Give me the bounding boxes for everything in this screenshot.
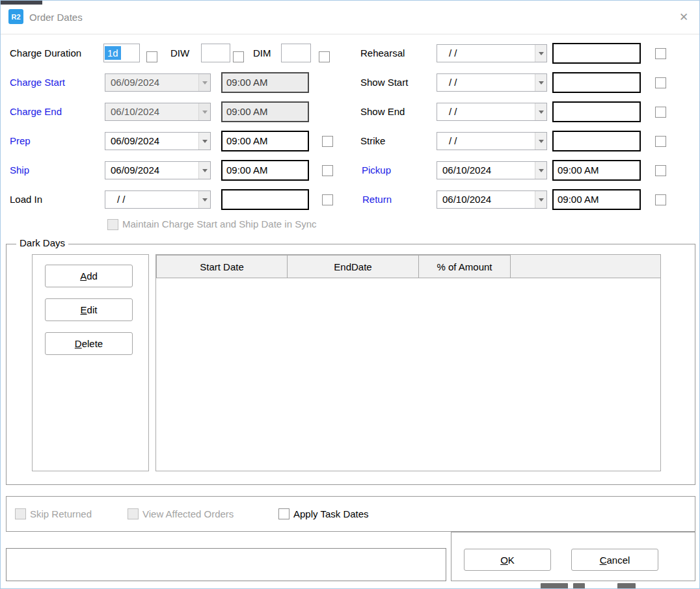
pickup-time-value: 09:00 AM bbox=[558, 164, 599, 176]
row-charge-start: Charge Start 06/09/2024 09:00 AM Show St… bbox=[1, 73, 699, 92]
row-charge-end: Charge End 06/10/2024 09:00 AM Show End … bbox=[1, 102, 699, 122]
show-start-label: Show Start bbox=[360, 73, 408, 92]
ship-time-field[interactable]: 09:00 AM bbox=[221, 160, 309, 181]
charge-duration-checkbox[interactable] bbox=[146, 51, 157, 62]
chevron-down-icon[interactable] bbox=[535, 103, 546, 120]
chevron-down-icon bbox=[198, 74, 210, 91]
ship-date-field[interactable]: 06/09/2024 bbox=[105, 161, 211, 179]
titlebar: R2 Order Dates ✕ bbox=[1, 1, 699, 34]
pickup-checkbox[interactable] bbox=[655, 165, 666, 176]
strike-time-field[interactable] bbox=[552, 131, 641, 151]
rehearsal-checkbox[interactable] bbox=[655, 48, 666, 59]
sync-checkbox-label: Maintain Charge Start and Ship Date in S… bbox=[122, 215, 317, 234]
ship-date-value: 06/09/2024 bbox=[105, 162, 210, 179]
ship-time-value: 09:00 AM bbox=[226, 164, 267, 176]
close-icon[interactable]: ✕ bbox=[675, 8, 693, 26]
pickup-date-field[interactable]: 06/10/2024 bbox=[437, 161, 547, 179]
rehearsal-label: Rehearsal bbox=[360, 44, 405, 63]
chevron-down-icon[interactable] bbox=[198, 162, 210, 179]
show-start-date-field[interactable]: / / bbox=[437, 73, 547, 92]
pickup-date-value: 06/10/2024 bbox=[437, 162, 546, 179]
show-start-time-field[interactable] bbox=[552, 72, 641, 93]
order-dates-dialog: R2 Order Dates ✕ Charge Duration 1d DIW … bbox=[0, 0, 700, 589]
prep-date-field[interactable]: 06/09/2024 bbox=[105, 132, 211, 150]
load-in-date-value: / / bbox=[105, 191, 210, 208]
charge-duration-value: 1d bbox=[105, 46, 121, 60]
load-in-date-field[interactable]: / / bbox=[105, 190, 211, 209]
dim-checkbox[interactable] bbox=[319, 51, 330, 62]
show-end-label: Show End bbox=[360, 102, 405, 122]
add-button[interactable]: Add bbox=[45, 265, 133, 287]
return-date-field[interactable]: 06/10/2024 bbox=[437, 190, 547, 209]
chevron-down-icon[interactable] bbox=[535, 45, 546, 62]
charge-duration-input[interactable]: 1d bbox=[103, 44, 140, 62]
prep-label[interactable]: Prep bbox=[10, 131, 31, 151]
cancel-button[interactable]: Cancel bbox=[571, 549, 658, 571]
chevron-down-icon[interactable] bbox=[198, 133, 210, 150]
background-artifact bbox=[617, 583, 636, 589]
delete-button[interactable]: Delete bbox=[45, 332, 133, 355]
rehearsal-time-field[interactable] bbox=[552, 43, 641, 64]
return-time-field[interactable]: 09:00 AM bbox=[552, 189, 641, 210]
charge-start-label[interactable]: Charge Start bbox=[10, 73, 65, 92]
ship-label[interactable]: Ship bbox=[10, 161, 29, 180]
show-start-date-value: / / bbox=[437, 74, 546, 91]
footer-text-field[interactable] bbox=[6, 548, 446, 581]
prep-checkbox[interactable] bbox=[322, 136, 333, 147]
rehearsal-date-field[interactable]: / / bbox=[437, 44, 547, 62]
return-time-value: 09:00 AM bbox=[558, 194, 599, 205]
dim-input[interactable] bbox=[281, 44, 311, 62]
charge-duration-label: Charge Duration bbox=[10, 44, 81, 63]
sync-checkbox bbox=[107, 219, 118, 230]
chevron-down-icon[interactable] bbox=[535, 133, 546, 150]
background-artifact bbox=[541, 583, 568, 589]
show-start-checkbox[interactable] bbox=[655, 77, 666, 88]
dim-label: DIM bbox=[253, 44, 271, 63]
chevron-down-icon[interactable] bbox=[535, 191, 546, 208]
prep-time-value: 09:00 AM bbox=[226, 135, 267, 146]
charge-start-time-field: 09:00 AM bbox=[221, 72, 309, 93]
column-header-start-date[interactable]: Start Date bbox=[156, 255, 288, 278]
strike-checkbox[interactable] bbox=[655, 136, 666, 147]
show-end-checkbox[interactable] bbox=[655, 107, 666, 118]
column-header-end-date[interactable]: EndDate bbox=[287, 255, 419, 278]
charge-end-label[interactable]: Charge End bbox=[10, 102, 62, 122]
diw-checkbox[interactable] bbox=[233, 51, 244, 62]
dark-days-table: Start Date EndDate % of Amount bbox=[155, 254, 661, 471]
apply-task-dates-checkbox[interactable] bbox=[278, 508, 289, 519]
return-checkbox[interactable] bbox=[655, 194, 666, 205]
edit-button[interactable]: Edit bbox=[45, 298, 133, 321]
row-charge-duration: Charge Duration 1d DIW DIM Rehearsal / / bbox=[1, 44, 699, 63]
prep-time-field[interactable]: 09:00 AM bbox=[221, 131, 309, 151]
row-ship: Ship 06/09/2024 09:00 AM Pickup 06/10/20… bbox=[1, 161, 699, 180]
column-header-percent-amount[interactable]: % of Amount bbox=[418, 255, 511, 278]
charge-end-date-field: 06/10/2024 bbox=[105, 103, 211, 121]
dark-days-table-header: Start Date EndDate % of Amount bbox=[156, 255, 660, 278]
load-in-label: Load In bbox=[10, 190, 42, 209]
pickup-time-field[interactable]: 09:00 AM bbox=[552, 160, 641, 181]
chevron-down-icon[interactable] bbox=[535, 162, 546, 179]
show-end-time-field[interactable] bbox=[552, 101, 641, 122]
chevron-down-icon[interactable] bbox=[535, 74, 546, 91]
view-affected-orders-checkbox bbox=[128, 508, 139, 519]
return-date-value: 06/10/2024 bbox=[437, 191, 546, 208]
ok-button[interactable]: OK bbox=[464, 549, 551, 571]
r2-app-icon: R2 bbox=[8, 9, 23, 24]
strike-date-field[interactable]: / / bbox=[437, 132, 547, 150]
background-artifact bbox=[1, 1, 42, 5]
load-in-checkbox[interactable] bbox=[322, 194, 333, 205]
view-affected-orders-label: View Affected Orders bbox=[142, 504, 234, 524]
charge-end-time-field: 09:00 AM bbox=[221, 101, 309, 122]
show-end-date-field[interactable]: / / bbox=[437, 103, 547, 121]
chevron-down-icon[interactable] bbox=[198, 191, 210, 208]
charge-end-date-value: 06/10/2024 bbox=[105, 103, 210, 120]
return-label[interactable]: Return bbox=[362, 190, 392, 209]
load-in-time-field[interactable] bbox=[221, 189, 309, 210]
chevron-down-icon bbox=[198, 103, 210, 120]
skip-returned-label: Skip Returned bbox=[30, 504, 92, 524]
strike-date-value: / / bbox=[437, 133, 546, 150]
diw-input[interactable] bbox=[201, 44, 230, 62]
skip-returned-checkbox bbox=[15, 508, 26, 519]
pickup-label[interactable]: Pickup bbox=[362, 161, 391, 180]
ship-checkbox[interactable] bbox=[322, 165, 333, 176]
